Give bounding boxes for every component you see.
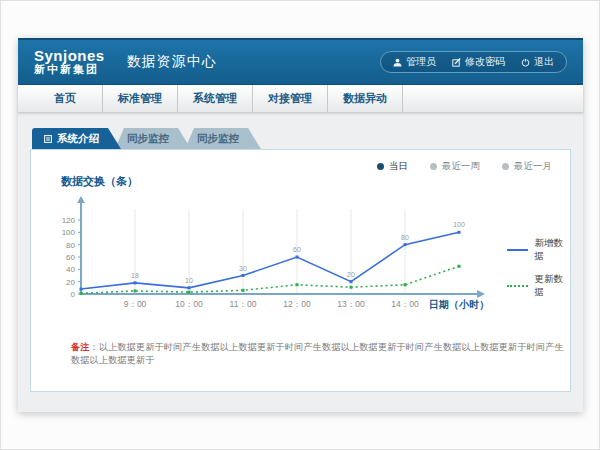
- tab-label: 系统介绍: [57, 132, 99, 146]
- legend-swatch: [507, 249, 528, 251]
- header-action-label: 管理员: [406, 55, 436, 69]
- footnote: 备注：以上数据更新于时间产生数据以上数据更新于时间产生数据以上数据更新于时间产生…: [71, 341, 570, 367]
- svg-text:日期（小时）: 日期（小时）: [429, 299, 489, 310]
- tab-label: 同步监控: [197, 132, 239, 146]
- svg-text:10: 10: [185, 277, 193, 284]
- company-logo: Synjones 新中新集团: [34, 48, 105, 75]
- svg-text:60: 60: [293, 246, 301, 253]
- range-selector: 当日最近一周最近一月: [355, 160, 552, 173]
- nav-item-0[interactable]: 首页: [28, 85, 103, 112]
- user-icon: [393, 58, 402, 67]
- footnote-label: 备注: [71, 342, 90, 352]
- logo-subtext: 新中新集团: [34, 64, 105, 76]
- svg-text:60: 60: [66, 253, 75, 262]
- svg-text:0: 0: [71, 290, 76, 299]
- header-action-user[interactable]: 管理员: [393, 55, 436, 69]
- page-title: 数据资源中心: [127, 53, 217, 71]
- svg-text:20: 20: [347, 271, 355, 278]
- legend-swatch: [507, 285, 528, 287]
- tab-0[interactable]: 系统介绍: [32, 128, 121, 149]
- content-area: 系统介绍同步监控同步监控 当日最近一周最近一月 数据交换（条） 9：0010：0…: [18, 113, 583, 413]
- footnote-text: ：以上数据更新于时间产生数据以上数据更新于时间产生数据以上数据更新于时间产生数据…: [71, 342, 564, 365]
- y-axis-title: 数据交换（条）: [61, 174, 570, 189]
- header: Synjones 新中新集团 数据资源中心 管理员修改密码退出: [18, 38, 583, 85]
- svg-text:120: 120: [62, 216, 76, 225]
- svg-text:20: 20: [66, 278, 75, 287]
- svg-text:80: 80: [66, 241, 75, 250]
- app-window: Synjones 新中新集团 数据资源中心 管理员修改密码退出 首页标准管理系统…: [18, 38, 583, 412]
- radio-icon: [502, 163, 509, 170]
- range-option-0[interactable]: 当日: [377, 160, 408, 173]
- svg-text:100: 100: [62, 228, 76, 237]
- svg-text:40: 40: [66, 265, 75, 274]
- nav-item-2[interactable]: 系统管理: [178, 85, 253, 112]
- header-action-label: 修改密码: [465, 55, 505, 69]
- chart-canvas: 9：0010：0011：0012：0013：0014：0002040608010…: [45, 191, 505, 323]
- svg-text:11：00: 11：00: [230, 299, 257, 309]
- power-icon: [521, 58, 530, 67]
- svg-text:100: 100: [453, 221, 465, 228]
- edit-icon: [452, 58, 461, 67]
- range-option-label: 最近一月: [514, 160, 552, 173]
- header-action-edit[interactable]: 修改密码: [452, 55, 505, 69]
- legend-label: 更新数据: [535, 273, 570, 299]
- chart-row: 9：0010：0011：0012：0013：0014：0002040608010…: [31, 191, 570, 327]
- grid-icon: [44, 135, 52, 143]
- header-action-label: 退出: [534, 55, 554, 69]
- svg-text:10：00: 10：00: [175, 299, 203, 309]
- range-option-2[interactable]: 最近一月: [502, 160, 552, 173]
- radio-icon: [377, 163, 384, 170]
- legend-item-1[interactable]: 更新数据: [507, 273, 570, 299]
- tab-1[interactable]: 同步监控: [115, 128, 191, 149]
- legend-item-0[interactable]: 新增数据: [507, 237, 570, 263]
- range-option-label: 最近一周: [442, 160, 480, 173]
- logo-text: Synjones: [34, 48, 105, 64]
- svg-text:12：00: 12：00: [283, 299, 311, 309]
- svg-text:13：00: 13：00: [337, 299, 365, 309]
- nav-item-4[interactable]: 数据异动: [328, 85, 403, 112]
- nav-item-3[interactable]: 对接管理: [253, 85, 328, 112]
- line-chart: 9：0010：0011：0012：0013：0014：0002040608010…: [45, 191, 505, 327]
- chart-legend: 新增数据更新数据: [507, 237, 570, 309]
- nav-item-1[interactable]: 标准管理: [103, 85, 178, 112]
- tab-2[interactable]: 同步监控: [185, 128, 261, 149]
- svg-text:14：00: 14：00: [391, 299, 419, 309]
- range-option-1[interactable]: 最近一周: [430, 160, 480, 173]
- main-nav: 首页标准管理系统管理对接管理数据异动: [18, 85, 583, 113]
- svg-text:30: 30: [239, 265, 247, 272]
- svg-text:9：00: 9：00: [124, 299, 147, 309]
- svg-text:18: 18: [131, 272, 139, 279]
- user-actions-group: 管理员修改密码退出: [380, 51, 567, 73]
- range-option-label: 当日: [389, 160, 408, 173]
- legend-label: 新增数据: [535, 237, 570, 263]
- tab-label: 同步监控: [127, 132, 169, 146]
- tab-bar: 系统介绍同步监控同步监控: [32, 128, 571, 149]
- chart-panel: 当日最近一周最近一月 数据交换（条） 9：0010：0011：0012：0013…: [30, 149, 571, 392]
- header-action-power[interactable]: 退出: [521, 55, 554, 69]
- radio-icon: [430, 163, 437, 170]
- svg-text:80: 80: [401, 234, 409, 241]
